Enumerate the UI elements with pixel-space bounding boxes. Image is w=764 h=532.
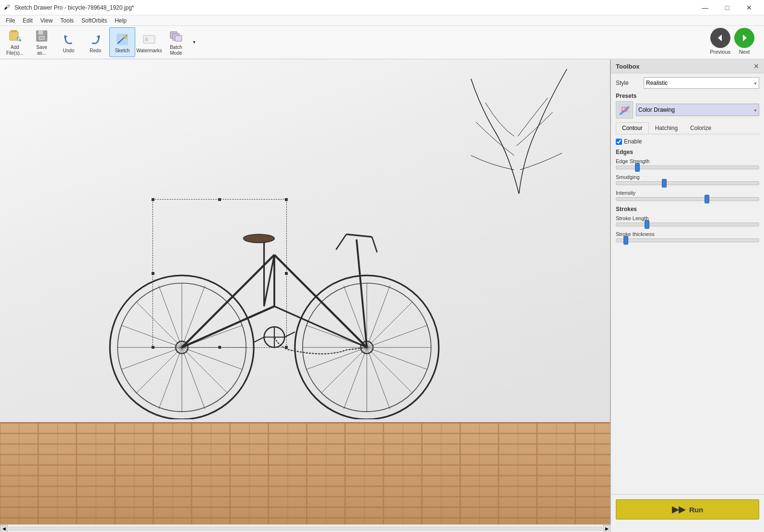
add-files-icon — [7, 28, 23, 44]
smudging-group: Smudging — [616, 174, 759, 185]
menu-tools[interactable]: Tools — [57, 15, 78, 25]
title-bar-text: Sketch Drawer Pro - bicycle-789648_1920.… — [14, 4, 694, 11]
strokes-header: Strokes — [616, 206, 759, 213]
svg-line-45 — [274, 255, 367, 347]
menu-view[interactable]: View — [36, 15, 57, 25]
svg-line-51 — [346, 234, 372, 236]
toolbox-close-button[interactable]: ✕ — [753, 62, 759, 70]
menu-bar: File Edit View Tools SoftOrbits Help — [0, 15, 764, 26]
style-row: Style Realistic Pencil Charcoal Ink — [616, 77, 759, 89]
preset-icon — [616, 101, 633, 118]
horizontal-scrollbar: ◀ ▶ — [0, 524, 611, 532]
stroke-length-thumb[interactable] — [645, 220, 649, 229]
intensity-thumb[interactable] — [705, 195, 709, 203]
stroke-length-slider[interactable] — [616, 223, 759, 226]
enable-row: Enable — [616, 138, 759, 145]
svg-line-59 — [254, 337, 264, 342]
undo-icon — [61, 32, 76, 47]
sketch-icon — [115, 32, 130, 47]
presets-row: Color Drawing Pencil Sketch Charcoal Art… — [616, 101, 759, 118]
save-as-button[interactable]: Saveas... — [29, 27, 55, 57]
stroke-thickness-thumb[interactable] — [623, 236, 628, 245]
batch-icon — [168, 28, 184, 44]
tab-colorize[interactable]: Colorize — [684, 122, 717, 134]
enable-label[interactable]: Enable — [624, 138, 642, 145]
title-bar: 🖌 Sketch Drawer Pro - bicycle-789648_192… — [0, 0, 764, 15]
app-icon: 🖌 — [4, 4, 12, 12]
scroll-left-button[interactable]: ◀ — [0, 525, 8, 532]
previous-icon — [710, 28, 730, 48]
undo-button[interactable]: Undo — [56, 27, 82, 57]
bicycle-sketch — [94, 188, 454, 419]
preset-select[interactable]: Color Drawing Pencil Sketch Charcoal Art… — [636, 104, 759, 116]
menu-softorbits[interactable]: SoftOrbits — [78, 15, 111, 25]
style-label: Style — [616, 80, 640, 86]
svg-point-61 — [244, 234, 274, 242]
intensity-slider[interactable] — [616, 197, 759, 201]
stroke-thickness-slider[interactable] — [616, 238, 759, 242]
presets-label: Presets — [616, 93, 759, 99]
toolbar: AddFile(s)... Saveas... Undo — [0, 26, 764, 59]
style-select[interactable]: Realistic Pencil Charcoal Ink — [644, 77, 759, 89]
svg-line-47 — [274, 306, 367, 347]
preset-select-wrapper: Color Drawing Pencil Sketch Charcoal Art… — [636, 104, 759, 116]
svg-line-52 — [336, 234, 346, 249]
menu-edit[interactable]: Edit — [19, 15, 36, 25]
plant-decoration — [466, 59, 572, 194]
intensity-label: Intensity — [616, 190, 759, 196]
canvas-image — [0, 59, 610, 524]
tab-contour[interactable]: Contour — [616, 122, 649, 134]
stroke-length-label: Stroke Length — [616, 215, 759, 221]
edges-header: Edges — [616, 149, 759, 155]
sketch-button[interactable]: Sketch — [109, 27, 135, 57]
edges-section: Edges Edge Strength Smudging — [616, 149, 759, 201]
svg-line-50 — [357, 239, 367, 347]
watermarks-button[interactable]: A Watermarks — [136, 27, 162, 57]
previous-button[interactable]: Previous — [710, 28, 730, 55]
scroll-right-button[interactable]: ▶ — [603, 525, 611, 532]
edge-strength-group: Edge Strength — [616, 158, 759, 169]
svg-line-53 — [372, 236, 377, 252]
next-icon — [734, 28, 754, 48]
stroke-thickness-label: Stroke thickness — [616, 231, 759, 237]
svg-line-46 — [182, 306, 275, 347]
redo-button[interactable]: Redo — [82, 27, 108, 57]
strokes-section: Strokes Stroke Length Stroke thickness — [616, 206, 759, 242]
smudging-slider[interactable] — [616, 181, 759, 185]
tabs-container: Contour Hatching Colorize — [616, 122, 759, 134]
svg-text:A: A — [145, 37, 148, 42]
enable-checkbox[interactable] — [616, 139, 622, 145]
save-icon — [34, 28, 49, 44]
redo-icon — [88, 32, 103, 47]
smudging-thumb[interactable] — [662, 179, 667, 188]
svg-rect-7 — [38, 31, 43, 35]
floor — [0, 422, 610, 524]
svg-rect-9 — [40, 37, 44, 39]
toolbox-header: Toolbox ✕ — [611, 59, 764, 73]
menu-help[interactable]: Help — [111, 15, 130, 25]
scroll-track[interactable] — [9, 527, 602, 531]
next-button[interactable]: Next — [734, 28, 754, 55]
canvas-area[interactable] — [0, 59, 611, 524]
svg-line-60 — [285, 332, 295, 337]
run-button[interactable]: ▶▶ Run — [616, 499, 759, 520]
svg-line-44 — [182, 255, 275, 347]
smudging-label: Smudging — [616, 174, 759, 180]
toolbox-body: Style Realistic Pencil Charcoal Ink Pres… — [611, 73, 764, 494]
batch-dropdown-button[interactable]: ▼ — [190, 27, 199, 57]
add-files-button[interactable]: AddFile(s)... — [2, 27, 28, 57]
svg-rect-1 — [11, 30, 17, 32]
edge-strength-thumb[interactable] — [635, 163, 640, 172]
maximize-button[interactable]: □ — [716, 0, 738, 15]
edge-strength-slider[interactable] — [616, 166, 759, 169]
run-label: Run — [689, 506, 703, 514]
tab-hatching[interactable]: Hatching — [649, 122, 684, 134]
batch-mode-button[interactable]: BatchMode — [163, 27, 189, 57]
toolbox-title: Toolbox — [616, 63, 640, 70]
menu-file[interactable]: File — [2, 15, 19, 25]
run-icon: ▶▶ — [672, 504, 685, 515]
close-button[interactable]: ✕ — [738, 0, 760, 15]
watermarks-icon: A — [141, 32, 157, 47]
minimize-button[interactable]: — — [694, 0, 716, 15]
main-container: Toolbox ✕ Style Realistic Pencil Charcoa… — [0, 59, 764, 532]
